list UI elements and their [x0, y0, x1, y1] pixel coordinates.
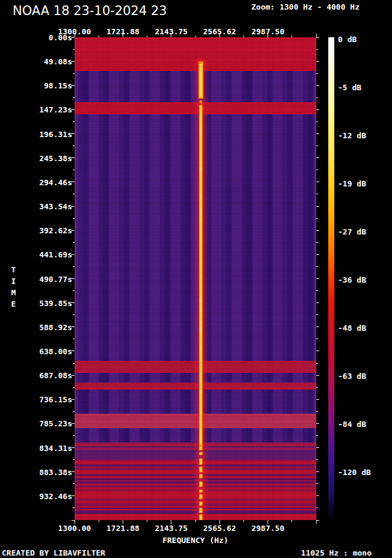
- db-label: -48 dB: [338, 323, 366, 333]
- y-axis-tick: [316, 339, 318, 339]
- y-axis-tick: [72, 399, 75, 400]
- y-tick-label: 785.23s: [17, 419, 72, 428]
- db-label: -63 dB: [338, 372, 366, 381]
- y-axis-tick: [72, 423, 75, 424]
- x-axis-tick: [316, 520, 317, 524]
- x-tick-label: 2987.50: [251, 524, 284, 533]
- y-axis-tick: [316, 242, 318, 243]
- colorbar-gradient: [328, 37, 334, 520]
- y-axis-tick: [316, 158, 319, 158]
- y-axis-tick: [316, 170, 318, 170]
- y-tick-label: 588.92s: [17, 322, 72, 331]
- x-tick-label: 1300.00: [58, 524, 91, 533]
- x-axis-tick: [171, 520, 171, 524]
- x-axis-tick: [292, 520, 292, 522]
- credit-label: CREATED BY LIBAVFILTER: [2, 548, 105, 557]
- y-axis-tick: [73, 170, 75, 170]
- y-axis-tick: [72, 447, 75, 448]
- x-axis-tick: [292, 35, 292, 37]
- x-tick-label: 2143.75: [155, 524, 188, 533]
- y-axis-tick: [73, 411, 75, 412]
- x-axis-tick: [75, 520, 75, 524]
- x-axis-tick: [147, 520, 147, 522]
- y-axis-tick: [72, 520, 75, 521]
- x-axis-tick: [99, 35, 99, 37]
- x-axis-tick: [195, 35, 196, 37]
- y-axis-tick: [316, 411, 318, 412]
- y-tick-label: 245.38s: [17, 153, 72, 162]
- y-tick-label: 490.77s: [17, 274, 72, 283]
- x-axis-tick: [123, 520, 123, 524]
- y-axis-tick: [316, 375, 319, 376]
- x-axis-tick: [243, 35, 244, 37]
- y-axis-tick: [316, 97, 318, 98]
- y-axis-tick: [73, 73, 75, 74]
- y-tick-label: 638.00s: [17, 346, 72, 355]
- y-axis-tick: [316, 302, 319, 303]
- y-axis-tick: [316, 206, 319, 207]
- audio-info-label: 11025 Hz : mono: [301, 548, 372, 557]
- y-axis-tick: [316, 387, 318, 388]
- y-axis-tick: [316, 363, 318, 364]
- db-label: -27 dB: [338, 227, 366, 236]
- y-axis-tick: [316, 266, 318, 267]
- y-axis-tick: [72, 230, 75, 231]
- y-axis-tick: [316, 278, 319, 279]
- db-label: -19 dB: [338, 179, 366, 188]
- y-axis-tick: [316, 314, 318, 315]
- y-tick-label: 834.31s: [17, 443, 72, 452]
- y-axis-tick: [73, 290, 75, 291]
- y-axis-tick: [73, 387, 75, 388]
- y-axis-tick: [316, 495, 319, 496]
- y-axis-tick: [316, 182, 319, 182]
- y-axis-tick: [316, 194, 318, 194]
- y-axis-tick: [73, 507, 75, 508]
- y-axis-tick: [72, 109, 75, 110]
- y-tick-label: 294.46s: [17, 177, 72, 186]
- y-tick-label: 932.46s: [17, 491, 72, 500]
- y-axis-tick: [316, 146, 318, 146]
- x-axis-tick: [219, 34, 220, 37]
- y-axis-tick: [316, 109, 319, 110]
- y-axis-tick: [316, 447, 319, 448]
- y-tick-label: 98.15s: [17, 81, 72, 90]
- db-label: -120 dB: [338, 468, 371, 477]
- x-axis-tick: [268, 520, 268, 524]
- y-axis-tick: [72, 133, 75, 134]
- y-tick-label: 49.08s: [17, 57, 72, 66]
- y-axis-tick: [73, 218, 75, 219]
- y-axis-tick: [72, 158, 75, 158]
- x-axis-tick: [243, 520, 244, 522]
- y-axis-tick: [316, 218, 318, 219]
- y-axis-tick: [72, 37, 75, 38]
- y-axis-tick: [316, 435, 318, 436]
- y-tick-label: 392.62s: [17, 226, 72, 235]
- db-label: -36 dB: [338, 275, 366, 284]
- y-axis-tick: [316, 483, 318, 484]
- y-tick-label: 0.00s: [17, 33, 72, 42]
- db-label: -5 dB: [338, 83, 361, 92]
- y-axis-tick: [73, 121, 75, 122]
- y-axis-tick: [73, 146, 75, 146]
- y-axis-tick: [72, 327, 75, 327]
- y-axis-tick: [73, 242, 75, 243]
- y-tick-label: 883.38s: [17, 467, 72, 476]
- x-axis-tick: [268, 34, 268, 37]
- y-axis-tick: [316, 37, 319, 38]
- y-axis-tick: [73, 49, 75, 50]
- y-axis-tick: [73, 314, 75, 315]
- y-axis-tick: [316, 399, 319, 400]
- x-axis-tick: [123, 34, 123, 37]
- y-axis-tick: [72, 254, 75, 255]
- y-axis-tick: [73, 363, 75, 364]
- y-axis-tick: [72, 351, 75, 351]
- y-axis-tick: [72, 278, 75, 279]
- y-axis-tick: [316, 73, 318, 74]
- spectrogram-plot: [75, 37, 316, 520]
- y-axis-tick: [316, 351, 319, 351]
- y-axis-tick: [73, 97, 75, 98]
- y-axis-tick: [73, 435, 75, 436]
- y-axis-tick: [316, 507, 318, 508]
- y-tick-label: 539.85s: [17, 298, 72, 307]
- y-axis-tick: [73, 459, 75, 460]
